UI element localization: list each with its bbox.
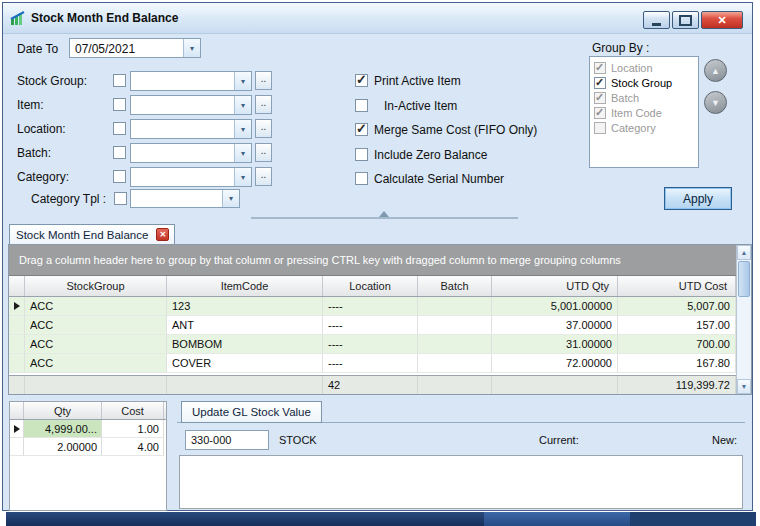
checkbox[interactable] [594,92,606,104]
column-header-qty[interactable]: Qty [24,402,102,419]
cell-stockgroup[interactable]: ACC [25,297,167,316]
groupby-item-category[interactable]: Category [590,120,698,135]
cell-itemcode[interactable]: COVER [167,354,323,373]
cell-utd-cost[interactable]: 157.00 [618,316,736,335]
date-to-combo[interactable]: 07/05/2021 ▾ [69,38,201,58]
gl-account-field[interactable]: 330-000 [185,430,269,450]
checkbox[interactable] [355,123,368,136]
move-up-button[interactable]: ▲ [704,59,727,82]
cell-utd-cost[interactable]: 5,007.00 [618,297,736,316]
cell-batch[interactable] [418,335,492,354]
cell-utd-cost[interactable]: 167.80 [618,354,736,373]
item-combo[interactable]: ▾ [130,95,252,115]
option-merge-same-cost[interactable]: Merge Same Cost (FIFO Only) [355,122,537,137]
option-include-zero-balance[interactable]: Include Zero Balance [355,147,487,162]
gl-list-area[interactable] [179,455,743,509]
apply-button[interactable]: Apply [664,187,732,210]
checkbox[interactable] [594,62,606,74]
column-header-batch[interactable]: Batch [418,276,492,296]
groupby-item-item-code[interactable]: Item Code [590,105,698,120]
cell-utd-qty[interactable]: 37.00000 [492,316,618,335]
cell-itemcode[interactable]: ANT [167,316,323,335]
filter-checkbox[interactable] [113,98,126,111]
option-calculate-serial-number[interactable]: Calculate Serial Number [355,171,504,186]
table-row[interactable]: ACC BOMBOM ---- 31.00000 700.00 [9,335,736,354]
chevron-down-icon[interactable]: ▾ [234,72,251,90]
title-bar[interactable]: Stock Month End Balance ✕ [3,3,752,34]
option-print-active-item[interactable]: Print Active Item [355,73,461,88]
cell-itemcode[interactable]: BOMBOM [167,335,323,354]
close-button[interactable]: ✕ [701,11,743,29]
table-row[interactable]: 4,999.00... 1.00 [10,420,166,438]
location-combo[interactable]: ▾ [130,119,252,139]
splitter-handle[interactable] [251,214,518,221]
checkbox[interactable] [594,77,606,89]
tab-stock-month-end-balance[interactable]: Stock Month End Balance ✕ [9,224,175,244]
checkbox[interactable] [355,148,368,161]
checkbox[interactable] [355,172,368,185]
cell-qty[interactable]: 2.00000 [24,438,102,456]
vertical-scrollbar[interactable]: ▲ ▼ [736,245,751,394]
checkbox[interactable] [594,107,606,119]
cell-qty[interactable]: 4,999.00... [24,420,102,438]
table-row[interactable]: ACC ANT ---- 37.00000 157.00 [9,316,736,335]
cell-stockgroup[interactable]: ACC [25,316,167,335]
table-row[interactable]: ACC 123 ---- 5,001.00000 5,007.00 [9,297,736,316]
checkbox[interactable] [594,122,606,134]
column-header-utd-cost[interactable]: UTD Cost [618,276,736,296]
cell-utd-qty[interactable]: 5,001.00000 [492,297,618,316]
checkbox[interactable] [355,99,368,112]
cell-stockgroup[interactable]: ACC [25,335,167,354]
scroll-down-button[interactable]: ▼ [737,379,751,394]
cell-stockgroup[interactable]: ACC [25,354,167,373]
stock-group-browse-button[interactable]: .. [255,71,272,90]
category-combo[interactable]: ▾ [130,167,252,187]
checkbox[interactable] [355,74,368,87]
scroll-track[interactable] [737,298,751,379]
taskbar-tray-area[interactable] [630,512,756,526]
option-in-active-item[interactable]: In-Active Item [355,98,457,113]
taskbar-window-button[interactable] [484,512,634,526]
filter-checkbox[interactable] [113,170,126,183]
chevron-down-icon[interactable]: ▾ [183,39,200,57]
category-tpl-combo[interactable]: ▾ [130,189,240,208]
cell-itemcode[interactable]: 123 [167,297,323,316]
column-header-utd-qty[interactable]: UTD Qty [492,276,618,296]
location-browse-button[interactable]: .. [255,119,272,138]
filter-checkbox[interactable] [114,192,127,205]
cell-location[interactable]: ---- [323,335,418,354]
maximize-button[interactable] [672,11,699,29]
groupby-item-stock-group[interactable]: Stock Group [590,75,698,90]
groupby-item-location[interactable]: Location [590,60,698,75]
filter-checkbox[interactable] [113,146,126,159]
cell-location[interactable]: ---- [323,316,418,335]
cell-location[interactable]: ---- [323,297,418,316]
scroll-thumb[interactable] [738,261,750,297]
chevron-down-icon[interactable]: ▾ [234,120,251,138]
chevron-down-icon[interactable]: ▾ [234,168,251,186]
chevron-down-icon[interactable]: ▾ [234,96,251,114]
filter-checkbox[interactable] [113,74,126,87]
group-by-list[interactable]: Location Stock Group Batch Item Code Cat… [589,56,699,168]
tab-close-button[interactable]: ✕ [156,228,169,241]
chevron-down-icon[interactable]: ▾ [234,144,251,162]
groupby-hint-bar[interactable]: Drag a column header here to group by th… [9,245,736,276]
minimize-button[interactable] [643,11,670,29]
cell-batch[interactable] [418,354,492,373]
groupby-item-batch[interactable]: Batch [590,90,698,105]
stock-group-combo[interactable]: ▾ [130,71,252,91]
tab-update-gl-stock-value[interactable]: Update GL Stock Value [181,401,322,423]
batch-combo[interactable]: ▾ [130,143,252,163]
filter-checkbox[interactable] [113,122,126,135]
cell-utd-qty[interactable]: 31.00000 [492,335,618,354]
item-browse-button[interactable]: .. [255,95,272,114]
batch-browse-button[interactable]: .. [255,143,272,162]
column-header-stockgroup[interactable]: StockGroup [25,276,167,296]
cell-batch[interactable] [418,316,492,335]
table-row[interactable]: ACC COVER ---- 72.00000 167.80 [9,354,736,373]
cell-utd-cost[interactable]: 700.00 [618,335,736,354]
scroll-up-button[interactable]: ▲ [737,245,751,260]
category-browse-button[interactable]: .. [255,167,272,186]
cell-utd-qty[interactable]: 72.00000 [492,354,618,373]
cell-batch[interactable] [418,297,492,316]
